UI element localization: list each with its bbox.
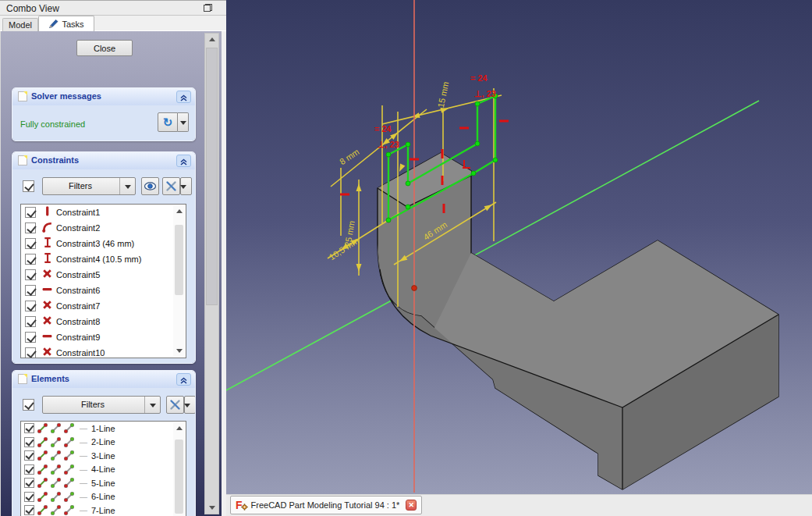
constraints-master-checkbox[interactable] [23,180,34,192]
constraint-tag-equal-left[interactable]: = 24 [374,124,392,133]
panel-titlebar[interactable]: Combo View [0,0,226,16]
scrollbar-thumb[interactable] [175,225,183,295]
row-checkbox[interactable] [24,505,34,515]
row-checkbox[interactable] [24,492,34,502]
element-row[interactable]: —2-Line [21,436,186,450]
chevron-down-icon[interactable] [144,397,160,413]
part-body[interactable] [378,153,778,489]
constraints-list[interactable]: Constraint1Constraint2Constraint3 (46 mm… [20,204,186,358]
elements-list-scrollbar[interactable] [173,422,185,516]
row-checkbox[interactable] [25,285,36,296]
line-element-icon [37,437,48,447]
close-button[interactable]: Close [76,40,133,56]
element-row[interactable]: —3-Line [21,449,186,463]
scrollbar-thumb[interactable] [175,439,183,514]
row-checkbox[interactable] [24,464,34,475]
dash-separator: — [80,506,87,514]
note-icon [18,374,27,384]
show-hide-eye-button[interactable] [141,177,159,195]
constraint-row[interactable]: Constraint7 [21,298,186,314]
element-row[interactable]: —5-Line [21,476,186,490]
constraint-row[interactable]: Constraint4 (10.5 mm) [21,251,186,267]
row-checkbox[interactable] [25,316,36,327]
3d-viewport[interactable]: 8 mm 15 mm 25 mm 10,5 mm 46 mm [226,0,812,516]
constraint-tag-perp-right[interactable]: ⊥, 23 [474,89,496,98]
elements-list[interactable]: —1-Line—2-Line—3-Line—4-Line—5-Line—6-Li… [20,421,186,516]
line-element-icon [51,478,61,488]
element-label: 6-Line [91,492,115,501]
tab-model[interactable]: Model [2,18,38,31]
line-element-icon [64,437,74,447]
tab-tasks[interactable]: Tasks [38,16,94,31]
row-checkbox[interactable] [25,269,36,280]
panel-scrollbar[interactable] [204,33,219,514]
scroll-down-icon[interactable] [176,349,183,353]
horizontal-constraint-icon [41,283,53,295]
element-row[interactable]: —1-Line [21,422,186,436]
row-checkbox[interactable] [25,332,36,343]
float-panel-icon[interactable] [204,4,212,12]
dim-8mm[interactable]: 8 mm [338,147,361,166]
element-row[interactable]: —4-Line [21,463,186,477]
chevron-down-icon[interactable] [119,178,135,194]
constraint-label: Constraint6 [56,286,100,295]
elements-settings-dropdown[interactable] [184,396,196,414]
row-checkbox[interactable] [25,347,36,358]
row-checkbox[interactable] [24,478,34,488]
row-checkbox[interactable] [25,207,36,218]
constraint-row[interactable]: Constraint8 [21,314,186,329]
scrollbar-thumb[interactable] [206,48,218,305]
elements-header[interactable]: Elements [12,371,195,388]
constraint-row[interactable]: Constraint6 [21,283,186,298]
constraints-header[interactable]: Constraints [12,152,195,169]
document-tab[interactable]: F FreeCAD Part Modeling Tutorial 94 : 1*… [230,496,422,514]
constraints-settings-dropdown[interactable] [180,177,192,195]
element-row[interactable]: —6-Line [21,490,186,504]
sketch-origin-point[interactable] [412,286,417,291]
solver-messages-header[interactable]: Solver messages [12,88,195,105]
row-checkbox[interactable] [25,222,36,233]
elements-title: Elements [31,374,69,383]
constraints-list-scrollbar[interactable] [173,205,185,357]
constraint-row[interactable]: Constraint9 [21,329,186,345]
elements-master-checkbox[interactable] [23,399,34,411]
constraint-tag-perp-left[interactable]: ⊥, 23 [378,140,399,149]
collapse-elements-button[interactable] [176,373,191,386]
row-checkbox[interactable] [24,437,34,447]
line-element-icon [51,437,61,447]
3d-canvas[interactable]: 8 mm 15 mm 25 mm 10,5 mm 46 mm [226,0,812,494]
solver-messages-section: Solver messages Fully constrained ↻ [12,87,196,141]
collapse-solver-button[interactable] [176,91,191,103]
close-document-icon[interactable]: ✕ [406,500,417,511]
tab-model-label: Model [9,20,32,30]
refresh-dropdown-button[interactable] [178,112,189,132]
3d-scene[interactable]: 8 mm 15 mm 25 mm 10,5 mm 46 mm [226,0,812,494]
row-checkbox[interactable] [25,238,36,249]
element-row[interactable]: —7-Line [21,504,186,516]
row-checkbox[interactable] [25,254,36,265]
constraint-row[interactable]: Constraint2 [21,220,186,236]
row-checkbox[interactable] [24,450,34,461]
row-checkbox[interactable] [25,301,36,311]
constraint-row[interactable]: Constraint5 [21,267,186,283]
scroll-down-icon[interactable] [209,506,215,510]
dim-15mm[interactable]: 15 mm [436,80,451,108]
constraint-row[interactable]: Constraint1 [21,205,186,220]
document-tab-label: FreeCAD Part Modeling Tutorial 94 : 1* [251,500,400,510]
refresh-button[interactable]: ↻ [158,112,178,132]
constraints-filter-combo[interactable]: Filters [42,177,136,195]
tasks-panel: Close Solver messages Fully constrained [0,31,222,516]
scroll-up-icon[interactable] [176,426,183,430]
scroll-up-icon[interactable] [176,209,183,213]
coincident-constraint-icon [41,299,53,311]
constraint-label: Constraint5 [56,270,100,279]
constraint-row[interactable]: Constraint3 (46 mm) [21,236,186,251]
constraint-label: Constraint7 [56,301,100,311]
elements-filter-combo[interactable]: Filters [42,396,161,414]
scroll-up-icon[interactable] [209,37,215,41]
collapse-constraints-button[interactable] [176,155,191,167]
elements-section: Elements Filters [12,370,196,516]
constraint-row[interactable]: Constraint10 [21,345,186,358]
constraint-tag-equal-right[interactable]: = 24 [470,73,488,83]
row-checkbox[interactable] [24,423,34,433]
